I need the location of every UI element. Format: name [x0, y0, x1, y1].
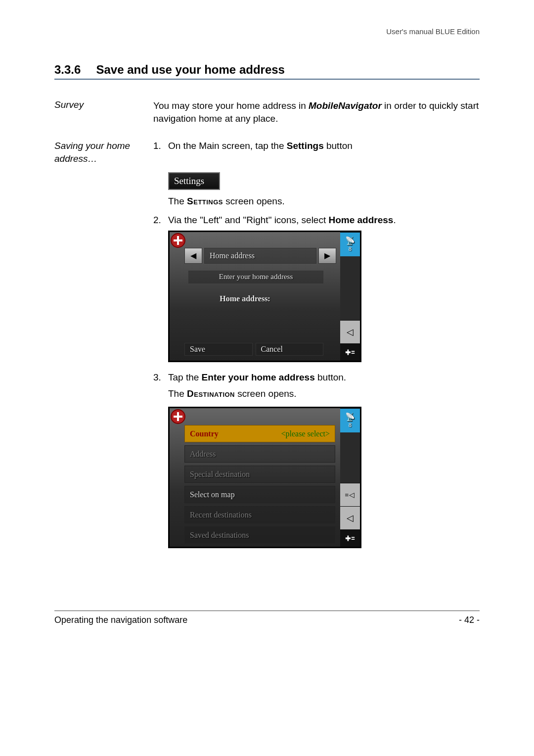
row-special-destination[interactable]: Special destination	[184, 466, 335, 483]
running-header: User's manual BLUE Edition	[54, 27, 480, 36]
cancel-button[interactable]: Cancel	[256, 343, 324, 356]
step2-post: .	[393, 215, 396, 225]
footer-right: - 42 -	[459, 615, 480, 625]
row-select-on-map[interactable]: Select on map	[184, 486, 335, 503]
country-value: <please select>	[281, 429, 330, 438]
left-arrow-button[interactable]: ◀	[184, 248, 202, 264]
row-recent-destinations[interactable]: Recent destinations	[184, 506, 335, 523]
step1-text: On the Main screen, tap the Settings but…	[168, 140, 480, 165]
save-button[interactable]: Save	[184, 343, 253, 356]
settings-button[interactable]: Settings	[168, 172, 220, 190]
gps-sat-count: 8	[349, 422, 352, 429]
step2-bold: Home address	[328, 215, 393, 225]
gps-status-icon: 📡 8	[340, 232, 360, 256]
row-saved-destinations[interactable]: Saved destinations	[184, 526, 335, 544]
row-address[interactable]: Address	[184, 445, 335, 463]
row-country[interactable]: Country <please select>	[184, 425, 335, 442]
home-address-label: Home address:	[170, 294, 320, 303]
compass-icon	[171, 409, 185, 424]
recent-label: Recent destinations	[190, 511, 252, 520]
survey-text: You may store your home address in Mobil…	[153, 99, 480, 125]
gps-status-icon: 📡 8	[340, 408, 360, 432]
address-label: Address	[190, 450, 216, 459]
step2-number: 2.	[153, 214, 168, 227]
app-name: MobileNavigator	[309, 100, 382, 111]
section-number: 3.3.6	[54, 63, 94, 77]
back-button[interactable]: ◁	[340, 320, 360, 343]
list-button[interactable]: ≡◁	[340, 483, 360, 506]
screenshot-home-address: ◀ Home address ▶ Enter your home address…	[168, 231, 361, 362]
saved-label: Saved destinations	[190, 531, 249, 540]
section-heading: 3.3.6 Save and use your home address	[54, 63, 480, 80]
right-arrow-button[interactable]: ▶	[318, 248, 336, 264]
step3-pre: Tap the	[168, 372, 202, 382]
compass-icon	[171, 233, 185, 248]
dest-opens-sc: Destination	[187, 388, 235, 399]
dest-opens-pre: The	[168, 388, 187, 399]
settings-opens-pre: The	[168, 196, 187, 206]
screenshot-destination: Country <please select> Address Special …	[168, 407, 361, 548]
selectmap-label: Select on map	[190, 490, 235, 499]
country-key: Country	[190, 429, 219, 438]
survey-text-pre: You may store your home address in	[153, 100, 309, 111]
step3-number: 3.	[153, 371, 168, 384]
enter-home-address-button[interactable]: Enter your home address	[188, 271, 323, 284]
saving-label: Saving your home address…	[54, 140, 153, 165]
settings-opens-post: screen opens.	[223, 196, 285, 206]
survey-label: Survey	[54, 99, 153, 125]
back-button[interactable]: ◁	[340, 506, 360, 529]
step1-pre: On the Main screen, tap the	[168, 141, 287, 151]
power-plug-icon	[340, 529, 360, 547]
footer-left: Operating the navigation software	[54, 615, 187, 625]
gps-sat-count: 8	[349, 245, 352, 253]
page-footer: Operating the navigation software - 42 -	[54, 611, 480, 625]
section-title: Save and use your home address	[96, 63, 284, 76]
step2-pre: Via the "Left" and "Right" icons, select	[168, 215, 328, 225]
step1-bold: Settings	[287, 141, 324, 151]
step3-text: Tap the Enter your home address button.	[168, 371, 480, 384]
power-plug-icon	[340, 343, 360, 361]
settings-opens-sc: Settings	[187, 196, 223, 206]
step2-text: Via the "Left" and "Right" icons, select…	[168, 214, 480, 227]
settings-opens: The Settings screen opens.	[168, 195, 480, 208]
step1-number: 1.	[153, 140, 168, 165]
dest-opens-post: screen opens.	[235, 388, 297, 399]
step3-post: button.	[315, 372, 346, 382]
destination-opens: The Destination screen opens.	[168, 387, 480, 401]
special-label: Special destination	[190, 470, 250, 479]
pager-label: Home address	[204, 248, 316, 264]
step3-bold: Enter your home address	[202, 372, 315, 382]
step1-post: button	[324, 141, 353, 151]
